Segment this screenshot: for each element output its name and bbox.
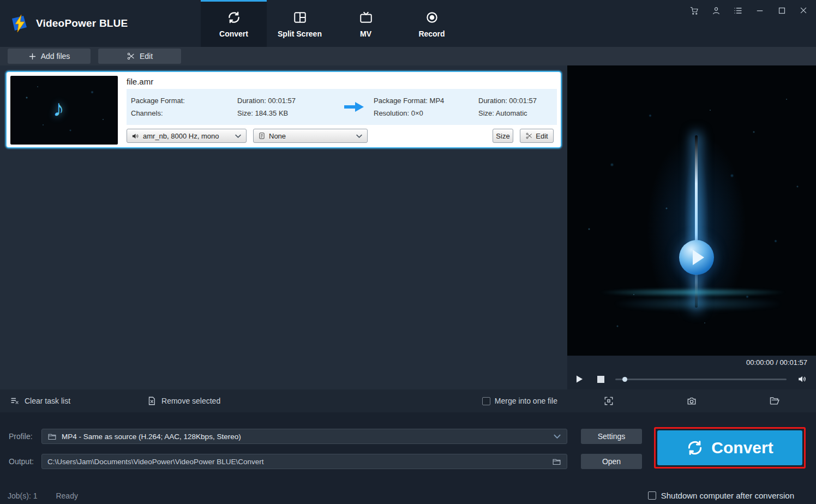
snapshot-button[interactable] [686,395,697,406]
convert-button-highlight: Convert [654,427,806,469]
add-files-button[interactable]: Add files [8,49,91,64]
playback-time: 00:00:00 / 00:01:57 [567,356,816,369]
app-logo: VideoPower BLUE [0,0,201,47]
stop-button[interactable] [597,376,604,383]
add-files-label: Add files [41,52,70,61]
output-path-field[interactable]: C:\Users\Jam\Documents\VideoPower\VideoP… [41,454,567,469]
file-card-controls: amr_nb, 8000 Hz, mono None [127,125,557,143]
tab-label: Record [418,29,445,38]
tab-label: Split Screen [278,29,322,38]
open-button[interactable]: Open [581,454,642,469]
tab-record[interactable]: Record [399,0,465,47]
menu-list-icon[interactable] [733,5,743,15]
target-package-format: Package Format: MP4 [374,97,478,105]
shutdown-checkbox[interactable]: Shutdown computer after conversion [648,491,794,500]
light-streak [600,288,785,297]
file-edit-button[interactable]: Edit [520,129,554,143]
size-button[interactable]: Size [493,129,513,143]
task-actions-bar: Clear task list Remove selected Merge in… [0,389,567,412]
maximize-button[interactable] [777,5,787,15]
refresh-arrows-icon [686,439,704,457]
speaker-icon [131,132,140,140]
profile-label: Profile: [9,432,41,441]
clear-task-list-button[interactable]: Clear task list [10,396,70,406]
light-beam [695,135,698,308]
fullscreen-button[interactable] [603,395,614,406]
source-size: Size: 184.35 KB [237,109,334,117]
tab-mv[interactable]: MV [333,0,399,47]
document-icon [258,132,266,140]
edit-button[interactable]: Edit [98,49,181,64]
music-note-icon: ♪ [53,95,64,122]
seek-handle[interactable] [622,377,627,382]
tab-label: MV [360,29,371,38]
settings-label: Settings [598,432,626,441]
browse-folder-icon [552,457,561,466]
clear-task-list-label: Clear task list [25,397,70,405]
window-controls [689,5,808,15]
channels-label: Channels: [131,109,237,117]
app-window: VideoPower BLUE Convert Split Screen [0,0,816,504]
target-values-right: Duration: 00:01:57 Size: Automatic [478,97,553,117]
refresh-arrows-icon [227,10,241,25]
status-bar: Job(s): 1 Ready [8,491,78,500]
play-icon [576,375,583,383]
file-info-box: Package Format: Channels: Duration: 00:0… [127,89,557,125]
conversion-arrow [334,101,374,113]
file-list: ♪ file.amr Package Format: Channels: Dur… [0,65,567,389]
output-path-value: C:\Users\Jam\Documents\VideoPower\VideoP… [47,458,263,466]
target-size: Size: Automatic [478,109,553,117]
remove-selected-button[interactable]: Remove selected [147,396,220,406]
file-list-item[interactable]: ♪ file.amr Package Format: Channels: Dur… [5,71,562,148]
convert-button[interactable]: Convert [657,430,802,465]
app-title: VideoPower BLUE [36,17,128,29]
tab-split-screen[interactable]: Split Screen [267,0,333,47]
tab-convert[interactable]: Convert [201,0,267,47]
profile-dropdown[interactable]: MP4 - Same as source (H.264; AAC, 128Kbp… [41,429,567,444]
clear-list-icon [10,396,20,406]
close-button[interactable] [799,5,808,15]
target-duration: Duration: 00:01:57 [478,97,553,105]
volume-button[interactable] [797,374,807,384]
profile-value: MP4 - Same as source (H.264; AAC, 128Kbp… [62,433,241,441]
audio-track-dropdown[interactable]: amr_nb, 8000 Hz, mono [127,129,247,143]
logo-icon [10,14,29,33]
split-screen-icon [293,10,307,25]
chevron-down-icon [553,434,561,439]
output-label: Output: [9,457,41,466]
remove-selected-label: Remove selected [161,397,220,405]
cart-icon[interactable] [689,5,699,15]
fullscreen-icon [603,395,614,406]
size-button-label: Size [496,132,509,140]
title-bar: VideoPower BLUE Convert Split Screen [0,0,816,47]
edit-label: Edit [140,52,153,61]
seek-slider[interactable] [615,379,787,380]
user-account-icon[interactable] [711,5,721,15]
playback-controls [567,369,816,389]
source-values: Duration: 00:01:57 Size: 184.35 KB [237,97,334,117]
settings-button[interactable]: Settings [581,429,642,444]
tab-label: Convert [219,29,248,38]
subtitle-dropdown[interactable]: None [253,129,368,143]
open-snapshot-folder-button[interactable] [769,395,780,406]
main-tabs: Convert Split Screen MV Record [201,0,465,47]
minimize-button[interactable] [755,5,765,15]
merge-into-one-file-checkbox[interactable]: Merge into one file [482,397,557,405]
file-toolbar: Add files Edit [0,47,816,65]
record-icon [425,10,439,25]
file-thumbnail: ♪ [10,76,118,145]
source-duration: Duration: 00:01:57 [237,97,334,105]
video-preview [567,65,816,356]
preview-panel: 00:00:00 / 00:01:57 [567,65,816,412]
jobs-count: Job(s): 1 [8,491,37,500]
play-button[interactable] [576,375,583,383]
tv-icon [359,10,373,25]
profile-format-icon [47,432,57,441]
source-labels: Package Format: Channels: [131,97,237,117]
preview-play-button[interactable] [679,240,714,275]
arrow-right-icon [343,101,365,113]
target-values-left: Package Format: MP4 Resolution: 0×0 [374,97,478,117]
task-list-area: ♪ file.amr Package Format: Channels: Dur… [0,65,567,412]
output-panel: Profile: MP4 - Same as source (H.264; AA… [0,412,816,504]
checkbox-box [482,397,490,405]
